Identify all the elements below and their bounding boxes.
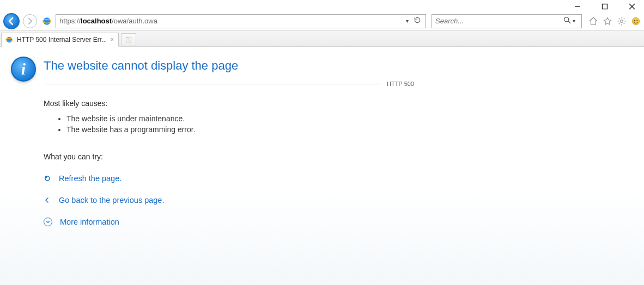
try-item-more-info: More information <box>44 218 644 226</box>
favorites-icon[interactable] <box>603 16 612 26</box>
try-heading: What you can try: <box>44 152 644 161</box>
svg-rect-1 <box>603 4 607 9</box>
info-icon: i <box>11 57 36 82</box>
svg-point-6 <box>564 17 569 22</box>
svg-point-8 <box>621 20 623 22</box>
refresh-bullet-icon <box>44 175 51 182</box>
expand-chevron-icon[interactable] <box>44 218 52 226</box>
refresh-icon[interactable] <box>414 16 422 26</box>
page-title: The website cannot display the page <box>44 59 644 73</box>
tab-favicon-ie-icon <box>5 35 14 44</box>
list-item: The website has a programming error. <box>66 125 644 134</box>
refresh-link[interactable]: Refresh the page. <box>59 174 121 183</box>
url-text: https://localhost/owa/auth.owa <box>59 17 400 25</box>
tab-strip: HTTP 500 Internal Server Err... × <box>0 30 644 47</box>
svg-point-9 <box>632 17 640 25</box>
url-dropdown-icon[interactable]: ▾ <box>404 18 410 24</box>
tools-icon[interactable] <box>617 16 627 26</box>
page-content: i The website cannot display the page HT… <box>0 47 644 285</box>
forward-button[interactable] <box>23 14 37 28</box>
tab-title: HTTP 500 Internal Server Err... <box>17 36 107 44</box>
window-titlebar <box>0 0 644 13</box>
svg-line-7 <box>568 21 570 23</box>
tab-close-icon[interactable]: × <box>110 36 114 44</box>
svg-point-11 <box>636 20 637 21</box>
svg-point-10 <box>634 20 635 21</box>
http-status-code: HTTP 500 <box>387 80 414 87</box>
smiley-icon[interactable] <box>631 16 641 26</box>
more-info-link[interactable]: More information <box>60 218 119 226</box>
causes-list: The website is under maintenance. The we… <box>66 114 644 134</box>
svg-rect-14 <box>126 37 131 42</box>
minimize-button[interactable] <box>570 1 585 12</box>
search-input[interactable] <box>435 17 561 25</box>
close-window-button[interactable] <box>624 1 640 12</box>
svg-point-4 <box>43 17 51 25</box>
new-tab-button[interactable] <box>121 33 136 46</box>
address-bar[interactable]: https://localhost/owa/auth.owa ▾ <box>56 14 426 28</box>
svg-point-12 <box>7 37 13 43</box>
tab-active[interactable]: HTTP 500 Internal Server Err... × <box>1 33 119 47</box>
back-bullet-icon <box>44 196 51 204</box>
try-item-back: Go back to the previous page. <box>44 196 644 205</box>
title-separator: HTTP 500 <box>44 80 414 87</box>
try-item-refresh: Refresh the page. <box>44 174 644 183</box>
search-dropdown-icon[interactable]: ▾ <box>573 18 578 24</box>
causes-heading: Most likely causes: <box>44 99 644 108</box>
ie-logo-icon <box>41 16 52 27</box>
maximize-button[interactable] <box>597 1 612 12</box>
search-bar[interactable]: ▾ <box>432 14 582 28</box>
back-link[interactable]: Go back to the previous page. <box>59 196 164 205</box>
browser-toolbar: https://localhost/owa/auth.owa ▾ ▾ <box>0 13 644 30</box>
back-button[interactable] <box>3 13 20 29</box>
home-icon[interactable] <box>588 16 598 26</box>
toolbar-right-icons <box>588 16 641 26</box>
search-icon[interactable] <box>563 16 572 26</box>
list-item: The website is under maintenance. <box>66 114 644 123</box>
